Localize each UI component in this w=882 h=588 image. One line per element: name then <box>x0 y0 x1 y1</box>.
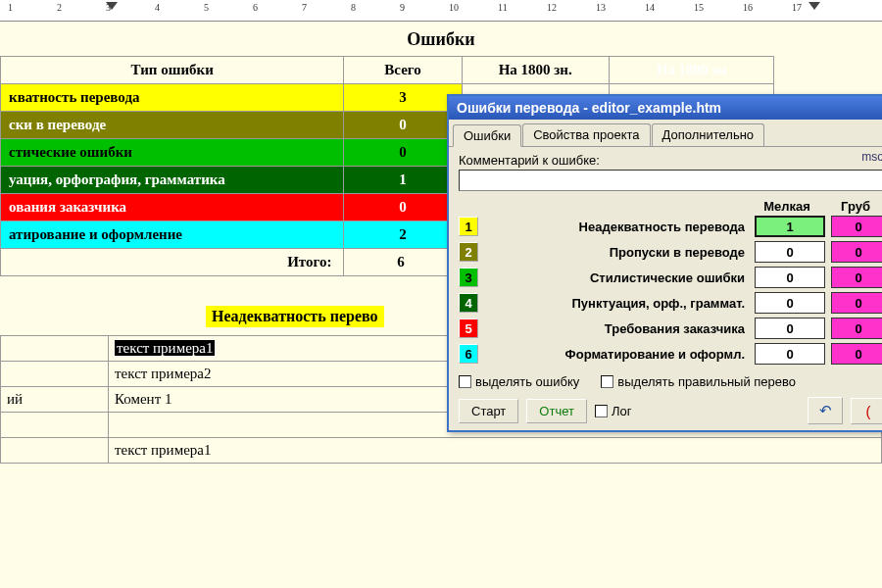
total-value: 6 <box>344 249 462 276</box>
dialog-tabs: Ошибки Свойства проекта Дополнительно <box>449 120 882 147</box>
tab-errors[interactable]: Ошибки <box>453 124 521 147</box>
tab-project-props[interactable]: Свойства проекта <box>522 123 650 146</box>
comment-input[interactable] <box>459 170 882 191</box>
error-count-cell: 1 <box>344 167 462 194</box>
minor-count-box[interactable]: 0 <box>755 267 825 288</box>
gross-count-box[interactable]: 0 <box>831 241 882 263</box>
minor-count-box[interactable]: 0 <box>755 343 825 365</box>
error-type-cell: атирование и оформление <box>1 221 344 249</box>
category-badge[interactable]: 3 <box>459 268 478 287</box>
ruler-number: 11 <box>498 2 508 13</box>
error-count-cell: 2 <box>344 221 462 249</box>
gross-count-box[interactable]: 0 <box>831 267 882 288</box>
category-badge[interactable]: 6 <box>459 344 478 364</box>
category-row: 6Форматирование и оформл.00 <box>459 343 882 365</box>
ruler-number: 7 <box>302 2 307 13</box>
detail-right-cell: текст примера1 <box>109 438 882 464</box>
error-count-cell: 0 <box>344 139 462 167</box>
error-type-cell: уация, орфография, грамматика <box>1 167 344 194</box>
ruler-number: 6 <box>253 2 258 13</box>
minor-count-box[interactable]: 0 <box>755 292 825 314</box>
detail-left-cell <box>1 413 109 438</box>
errors-dialog: Ошибки перевода - editor_example.htm Оши… <box>447 94 882 432</box>
highlight-error-checkbox[interactable] <box>459 375 471 388</box>
tab-additional[interactable]: Дополнительно <box>652 123 765 146</box>
category-name: Пунктуация, орф., граммат. <box>484 296 749 311</box>
report-button[interactable]: Отчет <box>526 399 587 423</box>
category-name: Требования заказчика <box>484 321 749 336</box>
error-count-cell: 0 <box>344 194 462 221</box>
minor-count-box[interactable]: 0 <box>755 318 825 339</box>
category-badge[interactable]: 4 <box>459 293 478 313</box>
ruler-number: 13 <box>596 2 606 13</box>
ruler-number: 12 <box>547 2 557 13</box>
ruler-number: 16 <box>743 2 753 13</box>
gross-count-box[interactable]: 0 <box>831 216 882 237</box>
document-heading: Ошибки <box>0 22 882 56</box>
ruler-number: 2 <box>57 2 62 13</box>
col-per-1800-b: На 1800 зн <box>609 57 773 84</box>
detail-left-cell <box>1 362 109 387</box>
comment-label: Комментарий к ошибке: <box>459 153 882 168</box>
minor-count-box[interactable]: 1 <box>755 216 825 237</box>
error-type-cell: кватность перевода <box>1 84 344 112</box>
subsection-heading: Неадекватность перево <box>206 306 384 327</box>
col-gross-header: Груб <box>825 199 882 214</box>
undo-button[interactable]: ↶ <box>808 397 843 424</box>
col-minor-header: Мелкая <box>749 199 825 214</box>
category-badge[interactable]: 5 <box>459 318 478 338</box>
ruler-number: 14 <box>645 2 655 13</box>
highlight-error-label: выделять ошибку <box>475 374 579 389</box>
gross-count-box[interactable]: 0 <box>831 292 882 314</box>
log-checkbox[interactable] <box>595 405 608 417</box>
ruler-number: 1 <box>8 2 13 13</box>
ruler-number: 15 <box>694 2 704 13</box>
gross-count-box[interactable]: 0 <box>831 343 882 365</box>
category-badge[interactable]: 2 <box>459 242 478 262</box>
category-row: 5Требования заказчика00 <box>459 318 882 339</box>
total-label: Итого: <box>1 249 344 276</box>
redo-button[interactable]: ( <box>851 398 882 424</box>
ruler-number: 4 <box>155 2 160 13</box>
undo-icon: ↶ <box>819 402 832 418</box>
highlight-correct-label: выделять правильный перево <box>617 374 796 389</box>
start-button[interactable]: Старт <box>459 399 518 423</box>
category-row: 4Пунктуация, орф., граммат.00 <box>459 292 882 314</box>
error-type-cell: стические ошибки <box>1 139 344 167</box>
category-name: Форматирование и оформл. <box>484 347 749 362</box>
ruler-number: 10 <box>449 2 459 13</box>
minor-count-box[interactable]: 0 <box>755 241 825 263</box>
category-name: Стилистические ошибки <box>484 270 749 285</box>
error-count-cell: 0 <box>344 112 462 139</box>
error-type-cell: ования заказчика <box>1 194 344 221</box>
detail-left-cell: ий <box>1 387 109 413</box>
ruler: 1234567891011121314151617 <box>0 0 882 22</box>
dialog-title[interactable]: Ошибки перевода - editor_example.htm <box>449 96 882 120</box>
category-badge[interactable]: 1 <box>459 217 478 236</box>
col-error-type: Тип ошибки <box>1 57 344 84</box>
col-per-1800-a: На 1800 зн. <box>462 57 609 84</box>
detail-left-cell <box>1 336 109 362</box>
category-row: 1Неадекватность перевода10 <box>459 216 882 237</box>
gross-count-box[interactable]: 0 <box>831 318 882 339</box>
category-name: Пропуски в переводе <box>484 245 749 260</box>
category-name: Неадекватность перевода <box>484 220 749 234</box>
ruler-number: 5 <box>204 2 209 13</box>
table-row: текст примера1 <box>1 438 882 464</box>
log-label: Лог <box>612 404 632 418</box>
col-total: Всего <box>344 57 462 84</box>
category-row: 3Стилистические ошибки00 <box>459 267 882 288</box>
ruler-cursor-icon[interactable] <box>808 2 820 10</box>
ruler-number: 3 <box>106 2 111 13</box>
error-type-cell: ски в переводе <box>1 112 344 139</box>
redo-icon: ( <box>866 403 871 419</box>
mso-text: mso- <box>861 150 882 164</box>
ruler-number: 17 <box>792 2 802 13</box>
ruler-number: 8 <box>351 2 356 13</box>
detail-left-cell <box>1 438 109 464</box>
highlight-correct-checkbox[interactable] <box>601 375 613 388</box>
error-count-cell: 3 <box>344 84 462 112</box>
ruler-number: 9 <box>400 2 405 13</box>
category-row: 2Пропуски в переводе00 <box>459 241 882 263</box>
